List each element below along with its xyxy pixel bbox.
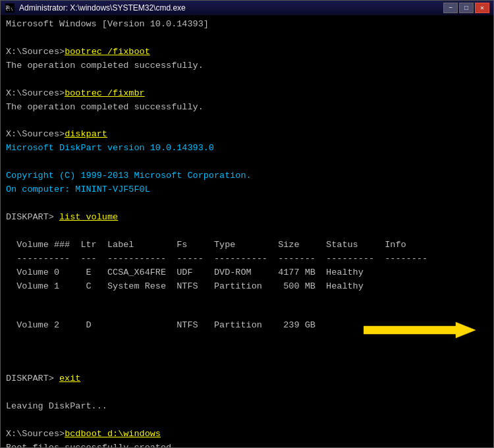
minimize-button[interactable]: − <box>443 3 458 13</box>
close-button[interactable]: ✕ <box>475 3 489 13</box>
line-4: The operation completed successfully. <box>6 59 488 73</box>
line-12: Copyright (C) 1999-2013 Microsoft Corpor… <box>6 169 488 183</box>
cmd-window: C:\ Administrator: X:\windows\SYSTEM32\c… <box>0 0 494 448</box>
title-bar-buttons: − □ ✕ <box>443 3 489 13</box>
svg-marker-5 <box>364 322 476 338</box>
svg-text:C:\: C:\ <box>6 7 13 11</box>
yellow-arrow-icon <box>321 293 476 358</box>
title-bar: C:\ Administrator: X:\windows\SYSTEM32\c… <box>1 1 493 15</box>
line-15: DISKPART> list volume <box>6 211 488 225</box>
line-22 <box>6 358 488 372</box>
line-5 <box>6 73 488 87</box>
line-21: Volume 2 D NTFS Partition 239 GB <box>6 293 488 358</box>
line-1: Microsoft Windows [Version 10.0.14393] <box>6 18 488 32</box>
line-24 <box>6 386 488 400</box>
line-10: Microsoft DiskPart version 10.0.14393.0 <box>6 142 488 155</box>
maximize-button[interactable]: □ <box>459 3 474 13</box>
line-14 <box>6 197 488 211</box>
line-19: Volume 0 E CCSA_X64FRE UDF DVD-ROM 4177 … <box>6 266 488 280</box>
line-23: DISKPART> exit <box>6 372 488 386</box>
line-6: X:\Sources>bootrec /fixmbr <box>6 87 488 101</box>
line-13: On computer: MININT-VJF5F0L <box>6 183 488 197</box>
line-7: The operation completed successfully. <box>6 101 488 115</box>
line-20: Volume 1 C System Rese NTFS Partition 50… <box>6 280 488 294</box>
line-25: Leaving DiskPart... <box>6 400 488 414</box>
line-3: X:\Sources>bootrec /fixboot <box>6 45 488 59</box>
line-28: Boot files successfully created. <box>6 441 488 447</box>
title-bar-text: Administrator: X:\windows\SYSTEM32\cmd.e… <box>19 3 443 13</box>
line-11 <box>6 155 488 169</box>
line-8 <box>6 114 488 128</box>
line-18: ---------- --- ----------- ----- -------… <box>6 252 488 266</box>
line-26 <box>6 414 488 428</box>
terminal-body[interactable]: Microsoft Windows [Version 10.0.14393] X… <box>1 15 493 447</box>
line-16 <box>6 225 488 238</box>
line-9: X:\Sources>diskpart <box>6 128 488 142</box>
line-2 <box>6 32 488 45</box>
line-17: Volume ### Ltr Label Fs Type Size Status… <box>6 238 488 252</box>
volume2-text: Volume 2 D NTFS Partition 239 GB <box>6 319 316 333</box>
cmd-icon: C:\ <box>5 3 15 13</box>
line-27: X:\Sources>bcdboot d:\windows <box>6 428 488 441</box>
